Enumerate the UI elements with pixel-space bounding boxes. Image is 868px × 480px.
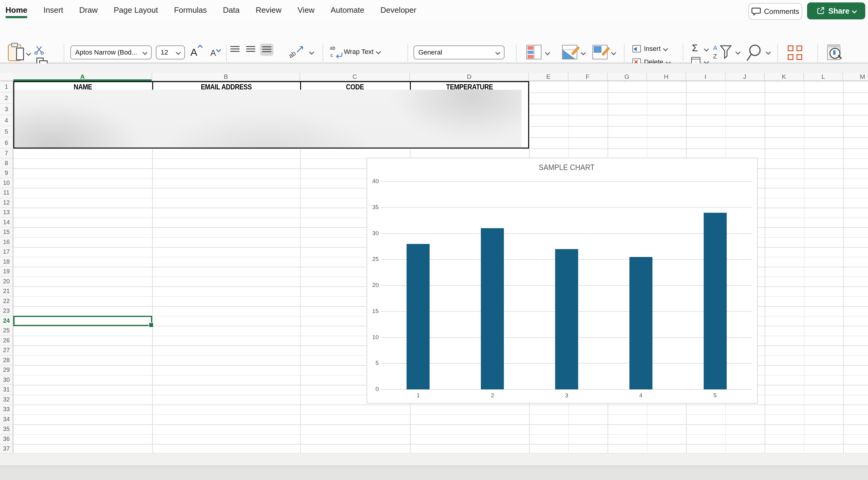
gridline xyxy=(843,81,844,453)
chart-y-tick-label: 35 xyxy=(367,204,379,211)
chart-y-tick-label: 30 xyxy=(367,230,379,237)
chart-bar xyxy=(629,257,652,389)
row-header-12[interactable]: 12 xyxy=(0,198,13,208)
row-header-9[interactable]: 9 xyxy=(0,168,13,178)
row-header-28[interactable]: 28 xyxy=(0,355,13,365)
chart-bar xyxy=(407,244,430,389)
chart-y-tick-label: 20 xyxy=(367,282,379,288)
chart-x-tick-label: 4 xyxy=(629,392,653,399)
row-header-3[interactable]: 3 xyxy=(0,104,13,115)
chart-y-tick-label: 15 xyxy=(367,308,379,315)
sheet-tab-bar: + Sheet1Sheet2 xyxy=(0,453,868,466)
chart-bar xyxy=(555,249,578,389)
gridline xyxy=(804,81,805,453)
row-header-15[interactable]: 15 xyxy=(0,227,13,237)
row-header-16[interactable]: 16 xyxy=(0,237,13,247)
gridline xyxy=(13,424,868,425)
chart-x-tick-label: 2 xyxy=(480,392,504,399)
row-header-27[interactable]: 27 xyxy=(0,346,13,355)
status-bar: Ready Accessibility: Investigate − + 100… xyxy=(0,466,868,480)
grid-area[interactable]: SAMPLE CHART 051015202530354012345 12345… xyxy=(0,0,868,480)
row-header-11[interactable]: 11 xyxy=(0,188,13,198)
row-header-26[interactable]: 26 xyxy=(0,336,13,346)
gridline xyxy=(13,415,868,415)
row-header-36[interactable]: 36 xyxy=(0,434,13,444)
row-header-24[interactable]: 24 xyxy=(0,316,13,326)
chart-y-tick-label: 10 xyxy=(367,334,379,341)
row-header-35[interactable]: 35 xyxy=(0,424,13,434)
gridline xyxy=(13,405,868,405)
fill-handle[interactable] xyxy=(149,322,154,327)
row-header-33[interactable]: 33 xyxy=(0,405,13,415)
row-header-10[interactable]: 10 xyxy=(0,178,13,188)
chart-x-tick-label: 3 xyxy=(555,392,579,399)
chart-x-tick-label: 5 xyxy=(703,392,727,399)
chart-y-tick-label: 25 xyxy=(367,256,379,262)
chart-bar xyxy=(704,213,727,389)
row-header-21[interactable]: 21 xyxy=(0,286,13,296)
row-header-17[interactable]: 17 xyxy=(0,247,13,257)
row-header-20[interactable]: 20 xyxy=(0,277,13,287)
row-header-6[interactable]: 6 xyxy=(0,137,13,149)
chart-title: SAMPLE CHART xyxy=(391,163,743,172)
excel-window: HomeInsertDrawPage LayoutFormulasDataRev… xyxy=(0,0,868,480)
selected-cell-A24[interactable] xyxy=(13,316,152,326)
row-header-34[interactable]: 34 xyxy=(0,415,13,424)
chart-gridline xyxy=(381,207,752,208)
row-header-7[interactable]: 7 xyxy=(0,149,13,159)
row-header-37[interactable]: 37 xyxy=(0,444,13,454)
chart-gridline xyxy=(381,181,752,182)
row-header-19[interactable]: 19 xyxy=(0,267,13,277)
row-header-32[interactable]: 32 xyxy=(0,395,13,405)
chart-y-tick-label: 5 xyxy=(367,360,379,366)
gridline xyxy=(13,444,868,445)
row-header-25[interactable]: 25 xyxy=(0,326,13,336)
row-header-4[interactable]: 4 xyxy=(0,115,13,126)
row-header-29[interactable]: 29 xyxy=(0,365,13,375)
chart-y-tick-label: 40 xyxy=(367,178,379,185)
row-header-5[interactable]: 5 xyxy=(0,126,13,137)
chart-gridline xyxy=(381,233,752,234)
row-header-22[interactable]: 22 xyxy=(0,296,13,307)
row-header-18[interactable]: 18 xyxy=(0,257,13,267)
gridline xyxy=(765,81,765,453)
chart-bar xyxy=(481,228,504,389)
row-header-1[interactable]: 1 xyxy=(0,81,13,92)
row-header-2[interactable]: 2 xyxy=(0,92,13,104)
row-header-8[interactable]: 8 xyxy=(0,159,13,168)
gridline xyxy=(13,434,868,435)
row-header-13[interactable]: 13 xyxy=(0,207,13,218)
chart-x-tick-label: 1 xyxy=(406,392,430,399)
data-range-border xyxy=(13,81,529,149)
row-header-30[interactable]: 30 xyxy=(0,375,13,385)
sample-chart[interactable]: SAMPLE CHART 051015202530354012345 xyxy=(367,158,757,404)
row-header-23[interactable]: 23 xyxy=(0,306,13,316)
row-header-14[interactable]: 14 xyxy=(0,218,13,228)
row-header-31[interactable]: 31 xyxy=(0,385,13,395)
chart-y-tick-label: 0 xyxy=(367,386,379,392)
